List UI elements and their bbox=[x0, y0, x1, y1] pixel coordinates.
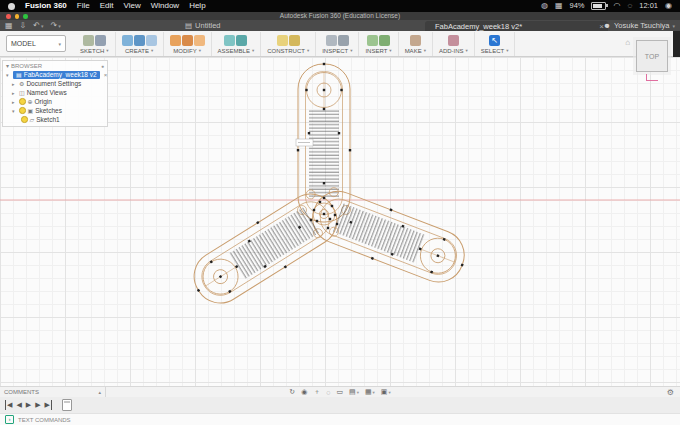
look-at-icon[interactable]: ◉ bbox=[301, 388, 307, 396]
grid-settings-icon[interactable]: ▦▾ bbox=[365, 388, 375, 396]
addins-icons bbox=[448, 34, 459, 47]
document-icon: ▤ bbox=[16, 71, 22, 78]
user-account-menu[interactable]: ☻ Yosuke Tsuchiya ▾ bbox=[603, 20, 675, 31]
gear-icon: ⚙ bbox=[19, 80, 24, 87]
modify-icons bbox=[170, 34, 205, 47]
save-icon[interactable]: ⇩ bbox=[20, 21, 27, 30]
toolbar-group-label: INSERT bbox=[365, 48, 391, 54]
make-icons bbox=[410, 34, 421, 47]
menu-help[interactable]: Help bbox=[189, 0, 205, 12]
chevron-down-icon: ▾ bbox=[672, 23, 675, 29]
chevron-right-icon[interactable] bbox=[12, 81, 17, 87]
toolbar-group-addins[interactable]: ADD-INS bbox=[433, 32, 475, 56]
dimension-label[interactable] bbox=[296, 139, 313, 146]
clock-label[interactable]: 12:01 bbox=[639, 0, 658, 12]
insert-icons bbox=[367, 34, 390, 47]
visibility-bulb-icon[interactable] bbox=[19, 107, 26, 114]
wifi-icon[interactable] bbox=[613, 0, 620, 12]
visibility-bulb-icon[interactable] bbox=[21, 116, 28, 123]
text-commands-label[interactable]: TEXT COMMANDS bbox=[18, 417, 71, 423]
timeline-skip-start-button[interactable]: ◀ bbox=[5, 400, 12, 410]
menu-file[interactable]: File bbox=[77, 0, 90, 12]
timeline-position-marker[interactable] bbox=[62, 399, 72, 411]
collapsed-panel-strip[interactable] bbox=[673, 31, 680, 57]
display-settings-icon[interactable]: ▤▾ bbox=[349, 388, 359, 396]
browser-panel-header[interactable]: BROWSER ● bbox=[3, 61, 107, 70]
close-icon[interactable]: × bbox=[104, 72, 108, 78]
data-panel-project-tab[interactable]: ▤ Untitled bbox=[185, 20, 221, 31]
timeline-step-back-button[interactable]: ◀ bbox=[16, 400, 21, 410]
menu-window[interactable]: Window bbox=[151, 0, 179, 12]
apple-menu-icon[interactable] bbox=[8, 3, 15, 10]
view-cube[interactable]: TOP bbox=[636, 40, 668, 72]
browser-item-sketch1[interactable]: ▱ Sketch1 bbox=[3, 115, 107, 124]
expand-comments-icon[interactable]: ▴ bbox=[98, 389, 101, 395]
chevron-down-icon[interactable] bbox=[12, 108, 17, 114]
timeline-step-forward-button[interactable]: ▶ bbox=[35, 400, 40, 410]
pan-icon[interactable]: ＋ bbox=[313, 387, 320, 397]
toolbar-group-create[interactable]: CREATE bbox=[116, 32, 164, 56]
sketch-icon: ▱ bbox=[30, 116, 35, 123]
browser-item-document-root[interactable]: ▤ FabAcademy_week18 v2 × bbox=[3, 70, 107, 79]
toolbar-group-insert[interactable]: INSERT bbox=[359, 32, 398, 56]
chevron-right-icon[interactable] bbox=[12, 90, 17, 96]
status-bar: › TEXT COMMANDS bbox=[0, 413, 680, 425]
data-panel-toggle-icon[interactable]: ▦ bbox=[5, 21, 13, 30]
browser-item-origin[interactable]: ⊕ Origin bbox=[3, 97, 107, 106]
undo-icon[interactable]: ↶▾ bbox=[33, 21, 43, 30]
text-commands-icon[interactable]: › bbox=[5, 415, 14, 424]
macos-menu-bar: Fusion 360 File Edit View Window Help 94… bbox=[0, 0, 680, 12]
home-view-icon[interactable]: ⌂ bbox=[625, 38, 630, 47]
user-name-label: Yosuke Tsuchiya bbox=[614, 21, 669, 30]
chevron-down-icon[interactable] bbox=[6, 62, 9, 69]
toolbar-group-select[interactable]: ↖ SELECT bbox=[475, 32, 516, 56]
browser-panel: BROWSER ● ▤ FabAcademy_week18 v2 × ⚙ Doc… bbox=[2, 60, 108, 127]
create-icons bbox=[122, 34, 157, 47]
toolbar-group-modify[interactable]: MODIFY bbox=[164, 32, 212, 56]
menu-fusion360[interactable]: Fusion 360 bbox=[25, 0, 67, 12]
toolbar-group-construct[interactable]: CONSTRUCT bbox=[261, 32, 316, 56]
battery-icon[interactable] bbox=[591, 2, 606, 10]
siri-icon[interactable] bbox=[665, 0, 672, 12]
workspace-selector[interactable]: MODEL ▾ bbox=[6, 35, 66, 52]
browser-item-named-views[interactable]: ◫ Named Views bbox=[3, 88, 107, 97]
redo-icon[interactable]: ↷▾ bbox=[50, 21, 60, 30]
zoom-icon[interactable]: ◌ bbox=[326, 389, 330, 396]
timeline-skip-end-button[interactable]: ▶ bbox=[45, 400, 52, 410]
document-tab[interactable]: FabAcademy_week18 v2* × bbox=[425, 21, 608, 31]
status-display-icon[interactable] bbox=[555, 0, 563, 12]
menu-edit[interactable]: Edit bbox=[100, 0, 114, 12]
toolbar-group-label: MAKE bbox=[405, 48, 426, 54]
inspect-icons bbox=[326, 34, 349, 47]
toolbar-group-make[interactable]: MAKE bbox=[399, 32, 433, 56]
chevron-down-icon[interactable] bbox=[6, 72, 11, 78]
document-root-selected[interactable]: ▤ FabAcademy_week18 v2 bbox=[13, 71, 100, 79]
fit-icon[interactable]: ▭ bbox=[336, 388, 343, 396]
browser-item-sketches[interactable]: ▣ Sketches bbox=[3, 106, 107, 115]
project-icon: ▤ bbox=[185, 21, 192, 30]
comments-bar[interactable]: COMMENTS ▴ bbox=[0, 387, 106, 397]
toolbar-group-sketch[interactable]: SKETCH bbox=[74, 32, 116, 56]
toolbar-group-assemble[interactable]: ASSEMBLE bbox=[212, 32, 262, 56]
minimize-window-button[interactable] bbox=[15, 14, 20, 19]
toolbar-group-label: SKETCH bbox=[80, 48, 109, 54]
select-cursor-icon[interactable]: ↖ bbox=[489, 35, 500, 46]
comments-label: COMMENTS bbox=[4, 389, 39, 395]
orbit-icon[interactable]: ↻ bbox=[289, 388, 295, 396]
toolbar-group-inspect[interactable]: INSPECT bbox=[316, 32, 359, 56]
zoom-window-button[interactable] bbox=[23, 14, 28, 19]
viewports-icon[interactable]: ▣▾ bbox=[381, 388, 391, 396]
browser-item-document-settings[interactable]: ⚙ Document Settings bbox=[3, 79, 107, 88]
folder-icon: ▣ bbox=[28, 107, 34, 114]
close-window-button[interactable] bbox=[6, 14, 11, 19]
preferences-gear-icon[interactable]: ⚙ bbox=[667, 387, 674, 397]
status-app-icon[interactable] bbox=[541, 0, 548, 12]
timeline-play-button[interactable]: ▶ bbox=[26, 400, 31, 410]
menu-view[interactable]: View bbox=[123, 0, 140, 12]
spotlight-search-icon[interactable] bbox=[627, 0, 632, 12]
panel-menu-icon[interactable]: ● bbox=[101, 63, 104, 69]
chevron-right-icon[interactable] bbox=[12, 99, 17, 105]
document-tab-label: FabAcademy_week18 v2* bbox=[435, 22, 522, 31]
view-cube-face-label: TOP bbox=[645, 53, 659, 60]
visibility-bulb-icon[interactable] bbox=[19, 98, 26, 105]
